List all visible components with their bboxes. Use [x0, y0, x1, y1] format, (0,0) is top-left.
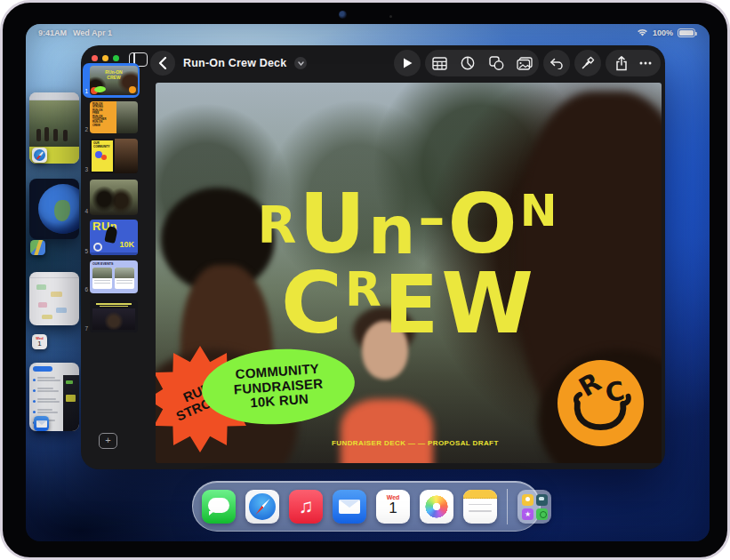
- slide-thumbnail-7[interactable]: [90, 300, 138, 332]
- app-library-mini-green: [536, 508, 548, 520]
- table-button[interactable]: [425, 50, 453, 76]
- dock-app-mail[interactable]: [333, 490, 366, 524]
- undo-button[interactable]: [543, 50, 570, 76]
- ipad-screen: 9:41AM Wed Apr 1 100%: [26, 24, 710, 541]
- slide-title-line1: RUn–ON: [156, 193, 662, 257]
- maps-badge-icon: [30, 240, 45, 255]
- more-button[interactable]: [634, 50, 657, 76]
- dock: ♫ Wed 1 ★: [192, 481, 541, 532]
- slide-number: 5: [81, 248, 88, 254]
- slide-thumbnail-3[interactable]: OUR COMMUNITY: [90, 139, 138, 173]
- safari-badge-icon: [32, 148, 47, 163]
- slide-thumbnail-4[interactable]: [90, 180, 138, 215]
- add-slide-button[interactable]: +: [99, 433, 117, 449]
- slide-footer-text: FUNDRAISER DECK — — PROPOSAL DRAFT: [332, 439, 499, 447]
- media-button[interactable]: [510, 50, 539, 76]
- slide-thumbnail-5[interactable]: RUn 10K: [90, 220, 138, 255]
- minimize-window-button[interactable]: [102, 55, 108, 61]
- dock-app-safari[interactable]: [245, 490, 279, 524]
- slide-number: 6: [81, 286, 88, 292]
- dock-app-notes[interactable]: [463, 490, 497, 524]
- battery-icon: [678, 28, 695, 37]
- mic-dot: [389, 15, 392, 18]
- close-window-button[interactable]: [92, 55, 98, 61]
- format-brush-button[interactable]: [574, 50, 601, 76]
- calendar-badge-icon: Wed 1: [32, 334, 47, 349]
- document-title[interactable]: Run-On Crew Deck: [183, 57, 286, 69]
- slide-number: 7: [81, 325, 88, 332]
- status-time: 9:41AM: [38, 28, 67, 37]
- dock-app-messages[interactable]: [202, 490, 236, 524]
- slide-thumbnail-2[interactable]: RUN-ON STRONG RUN-ON FREE RUN-ON TOGETHE…: [90, 101, 138, 133]
- insert-toolbar-group: [425, 50, 539, 76]
- app-library-mini-star: ★: [522, 508, 533, 520]
- slide-number: 4: [81, 208, 88, 214]
- dock-divider: [507, 489, 508, 524]
- mail-badge-icon: [34, 416, 49, 431]
- slide-number: 3: [81, 166, 88, 172]
- back-button[interactable]: [150, 51, 175, 76]
- slide-thumbnail-1[interactable]: RUn-ON CREW: [90, 66, 138, 95]
- chart-button[interactable]: [453, 50, 482, 76]
- rc-smiley-sticker: R C: [558, 360, 644, 446]
- share-more-group: [606, 50, 661, 76]
- app-library-mini-lightbulb: [522, 494, 533, 506]
- shapes-button[interactable]: [482, 50, 510, 76]
- share-button[interactable]: [609, 50, 634, 76]
- dock-app-library[interactable]: ★: [517, 490, 551, 524]
- dock-app-photos[interactable]: [420, 490, 453, 524]
- play-button[interactable]: [394, 50, 421, 76]
- front-camera: [339, 11, 347, 19]
- status-date: Wed Apr 1: [73, 28, 112, 37]
- battery-percent: 100%: [653, 28, 673, 37]
- app-library-mini-camera: [536, 494, 548, 506]
- dock-app-music[interactable]: ♫: [289, 490, 323, 524]
- slide-number: 2: [81, 126, 88, 132]
- ipad-device: 9:41AM Wed Apr 1 100%: [0, 0, 730, 560]
- wifi-icon: [637, 28, 648, 37]
- dock-app-calendar[interactable]: Wed 1: [376, 490, 410, 524]
- slide-title-line2: CREW: [156, 271, 662, 336]
- stage-window-calendar[interactable]: [29, 272, 79, 325]
- slide-thumbnail-6[interactable]: OUR EVENTS: [90, 260, 138, 293]
- keynote-window: Run-On Crew Deck: [81, 45, 665, 469]
- slide-canvas[interactable]: RUn–ON CREW RUN STRONG COMMUNITY FUNDRAI…: [156, 83, 662, 463]
- stage-window-maps[interactable]: [29, 179, 79, 239]
- status-bar: 9:41AM Wed Apr 1 100%: [26, 28, 710, 40]
- slide-number: 1: [81, 88, 88, 94]
- window-traffic-lights[interactable]: [92, 55, 119, 61]
- zoom-window-button[interactable]: [113, 55, 119, 61]
- title-menu-chevron-down-icon[interactable]: [294, 57, 307, 69]
